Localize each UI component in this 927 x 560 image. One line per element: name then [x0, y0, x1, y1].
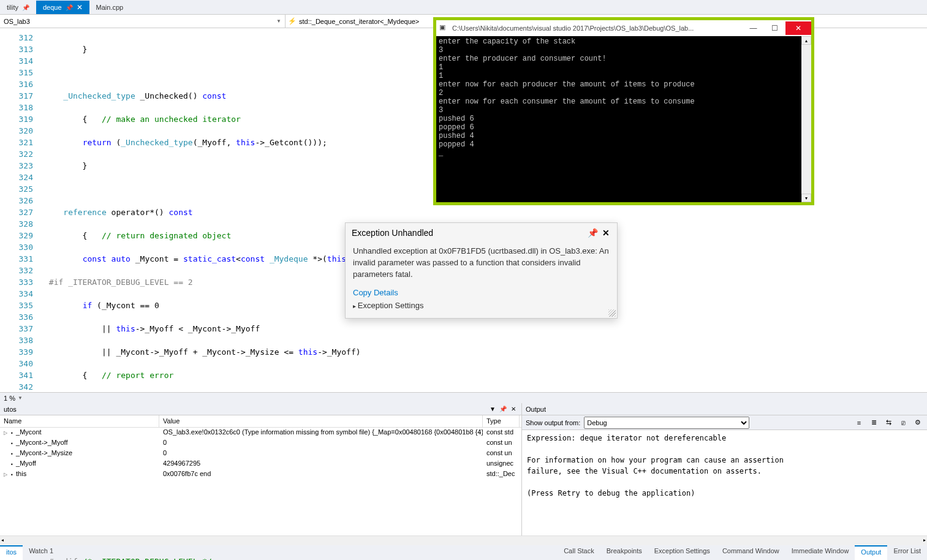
console-output: enter the capacity of the stack 3 enter …: [436, 36, 811, 202]
table-row[interactable]: ⬩ _Mycont->_Mysize0const un: [0, 448, 521, 459]
autos-panel: utos ▼ 📌 ✕ Name Value Type ▷⬩ _MycontOS_…: [0, 403, 522, 545]
exception-popup: Exception Unhandled 📌 ✕ Unhandled except…: [345, 222, 618, 319]
dropdown-icon[interactable]: ▼: [488, 406, 497, 412]
pin-icon[interactable]: 📌: [588, 228, 597, 238]
line-number: 313: [0, 44, 44, 55]
tab-deque[interactable]: deque 📌 ✕: [36, 1, 89, 14]
console-title-text: C:\Users\Nikita\documents\visual studio …: [452, 25, 743, 32]
line-number: 328: [0, 218, 44, 230]
tab-exception-settings[interactable]: Exception Settings: [648, 545, 716, 560]
chevron-down-icon[interactable]: ▼: [18, 395, 23, 401]
autos-title: utos: [4, 406, 17, 413]
line-number: 318: [0, 102, 44, 113]
pin-icon[interactable]: 📌: [499, 406, 507, 412]
line-gutter: 312 313 314 315 316 317 318 319 320 321 …: [0, 28, 44, 392]
tab-main-cpp[interactable]: Main.cpp: [89, 1, 131, 14]
line-number: 330: [0, 241, 44, 253]
project-dropdown[interactable]: OS_lab3 ▼: [0, 15, 286, 28]
line-number: 312: [0, 32, 44, 44]
line-number: 337: [0, 323, 44, 335]
line-number: 323: [0, 160, 44, 172]
line-number: 314: [0, 55, 44, 67]
col-value[interactable]: Value: [159, 415, 483, 427]
tab-watch1[interactable]: Watch 1: [23, 545, 59, 560]
line-number: 340: [0, 358, 44, 369]
line-number: 321: [0, 137, 44, 148]
toolbar-btn[interactable]: ⇆: [883, 417, 894, 428]
line-number: 336: [0, 311, 44, 323]
resize-grip-icon[interactable]: [608, 309, 616, 317]
toolbar-btn[interactable]: ⚙: [912, 417, 923, 428]
console-window[interactable]: ▣ C:\Users\Nikita\documents\visual studi…: [433, 17, 814, 205]
tab-label: tility: [7, 4, 18, 11]
toolbar-btn[interactable]: ⎚: [898, 417, 909, 428]
close-icon[interactable]: ✕: [601, 228, 611, 238]
tab-label: deque: [43, 4, 62, 11]
toolbar-btn[interactable]: ≡: [853, 417, 865, 428]
line-number: 322: [0, 148, 44, 160]
zoom-bar: 1 % ▼: [0, 392, 927, 403]
line-number: 320: [0, 125, 44, 137]
document-tab-bar: tility 📌 deque 📌 ✕ Main.cpp: [0, 0, 927, 15]
tab-utility[interactable]: tility 📌: [0, 1, 36, 14]
col-name[interactable]: Name: [0, 415, 159, 427]
bottom-right-tabs: Call Stack Breakpoints Exception Setting…: [558, 545, 927, 560]
toolbar-btn[interactable]: ≣: [868, 417, 879, 428]
grid-header: Name Value Type: [0, 415, 521, 428]
scroll-up-icon[interactable]: ▴: [801, 36, 811, 45]
tab-command-window[interactable]: Command Window: [716, 545, 785, 560]
console-scrollbar[interactable]: ▴ ▾: [801, 36, 811, 202]
line-number: 339: [0, 346, 44, 358]
table-row[interactable]: ⬩ _Myoff4294967295unsignec: [0, 459, 521, 469]
table-row[interactable]: ▷⬩ _MycontOS_lab3.exe!0x0132c6c0 (Type i…: [0, 428, 521, 438]
line-number: 329: [0, 230, 44, 241]
table-row[interactable]: ▷⬩ this0x0076fb7c endstd::_Dec: [0, 469, 521, 480]
console-titlebar[interactable]: ▣ C:\Users\Nikita\documents\visual studi…: [436, 20, 811, 36]
scroll-down-icon[interactable]: ▾: [801, 194, 811, 202]
line-number: 325: [0, 183, 44, 195]
line-number: 327: [0, 206, 44, 218]
line-number: 335: [0, 300, 44, 311]
tab-callstack[interactable]: Call Stack: [558, 545, 600, 560]
bottom-left-tabs: itos Watch 1: [0, 545, 59, 560]
output-source-select[interactable]: Debug: [584, 417, 749, 429]
tab-error-list[interactable]: Error List: [887, 545, 927, 560]
tab-output[interactable]: Output: [855, 545, 887, 560]
close-icon[interactable]: ✕: [509, 406, 518, 412]
exception-settings-expand[interactable]: Exception Settings: [353, 299, 610, 312]
scope-name: std::_Deque_const_iterator<_Mydeque>: [299, 18, 419, 25]
exception-message: Unhandled exception at 0x0F7B1FD5 (ucrtb…: [346, 243, 617, 286]
line-number: 319: [0, 113, 44, 125]
output-hscroll[interactable]: [0, 535, 927, 545]
line-number: 332: [0, 265, 44, 276]
line-number: 331: [0, 253, 44, 265]
maximize-button[interactable]: ☐: [764, 21, 785, 35]
table-row[interactable]: ⬩ _Mycont->_Myoff0const un: [0, 438, 521, 448]
close-icon[interactable]: ✕: [77, 3, 83, 12]
minimize-button[interactable]: —: [743, 21, 764, 35]
line-number: 324: [0, 172, 44, 183]
output-panel: Output Show output from: Debug ≡ ≣ ⇆ ⎚ ⚙…: [522, 403, 927, 545]
autos-grid[interactable]: Name Value Type ▷⬩ _MycontOS_lab3.exe!0x…: [0, 415, 521, 545]
zoom-value: 1 %: [4, 395, 15, 402]
line-number: 315: [0, 67, 44, 78]
output-body[interactable]: Expression: deque iterator not dereferen…: [522, 430, 927, 545]
bottom-panels: utos ▼ 📌 ✕ Name Value Type ▷⬩ _MycontOS_…: [0, 403, 927, 545]
tab-autos[interactable]: itos: [0, 545, 23, 560]
lightning-icon: ⚡: [288, 17, 297, 25]
console-icon: ▣: [439, 23, 449, 33]
pin-icon[interactable]: 📌: [66, 4, 73, 11]
show-output-label: Show output from:: [526, 419, 580, 426]
close-button[interactable]: ✕: [785, 21, 811, 35]
copy-details-link[interactable]: Copy Details: [353, 286, 610, 299]
tab-immediate-window[interactable]: Immediate Window: [785, 545, 855, 560]
line-number: 342: [0, 381, 44, 393]
output-title: Output: [526, 406, 546, 413]
tab-breakpoints[interactable]: Breakpoints: [600, 545, 648, 560]
pin-icon[interactable]: 📌: [22, 4, 29, 11]
line-number: 338: [0, 335, 44, 346]
col-type[interactable]: Type: [483, 415, 520, 427]
project-name: OS_lab3: [4, 18, 30, 25]
chevron-down-icon: ▼: [276, 18, 281, 24]
exception-title: Exception Unhandled: [352, 228, 584, 238]
